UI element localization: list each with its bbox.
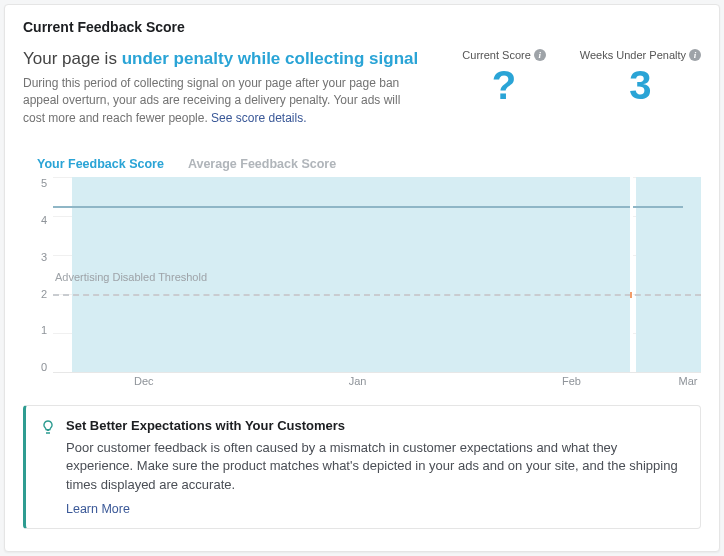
x-axis: Dec Jan Feb Mar (53, 375, 701, 395)
tip-title: Set Better Expectations with Your Custom… (66, 418, 686, 433)
marker-gap (630, 177, 633, 372)
status-highlight: under penalty while collecting signal (122, 49, 419, 68)
tip-text: Poor customer feedback is often caused b… (66, 439, 686, 494)
feedback-score-card: Current Feedback Score Your page is unde… (4, 4, 720, 552)
weeks-penalty-label: Weeks Under Penalty i (580, 49, 701, 61)
header-left: Your page is under penalty while collect… (23, 49, 423, 127)
score-line (53, 206, 683, 208)
tip-content: Set Better Expectations with Your Custom… (66, 418, 686, 516)
card-title: Current Feedback Score (23, 19, 701, 35)
plot-area: Advertising Disabled Threshold (53, 177, 701, 373)
x-tick: Jan (349, 375, 367, 387)
y-tick: 5 (41, 177, 47, 189)
status-prefix: Your page is (23, 49, 122, 68)
y-axis: 5 4 3 2 1 0 (23, 177, 53, 395)
learn-more-link[interactable]: Learn More (66, 502, 686, 516)
tip-box: Set Better Expectations with Your Custom… (23, 405, 701, 529)
x-tick: Mar (679, 375, 698, 387)
chart: 5 4 3 2 1 0 Advertising Disabled Thresho… (23, 177, 701, 395)
header-row: Your page is under penalty while collect… (23, 49, 701, 127)
tab-average-score[interactable]: Average Feedback Score (188, 157, 336, 171)
y-tick: 1 (41, 324, 47, 336)
y-tick: 0 (41, 361, 47, 373)
see-score-details-link[interactable]: See score details. (211, 111, 306, 125)
y-tick: 4 (41, 214, 47, 226)
current-score-value: ? (462, 65, 545, 105)
chart-tabs: Your Feedback Score Average Feedback Sco… (37, 157, 701, 171)
y-tick: 2 (41, 288, 47, 300)
y-tick: 3 (41, 251, 47, 263)
current-score-metric: Current Score i ? (462, 49, 545, 105)
weeks-penalty-metric: Weeks Under Penalty i 3 (580, 49, 701, 105)
tab-your-score[interactable]: Your Feedback Score (37, 157, 164, 171)
status-line: Your page is under penalty while collect… (23, 49, 423, 69)
info-icon[interactable]: i (689, 49, 701, 61)
threshold-line (53, 294, 701, 296)
weeks-penalty-value: 3 (580, 65, 701, 105)
x-tick: Feb (562, 375, 581, 387)
current-score-label: Current Score i (462, 49, 545, 61)
current-score-label-text: Current Score (462, 49, 530, 61)
metrics: Current Score i ? Weeks Under Penalty i … (462, 49, 701, 105)
x-tick: Dec (134, 375, 154, 387)
threshold-label: Advertising Disabled Threshold (53, 271, 209, 283)
marker-tick (630, 292, 632, 298)
description: During this period of collecting signal … (23, 75, 423, 127)
lightbulb-icon (40, 419, 56, 435)
weeks-penalty-label-text: Weeks Under Penalty (580, 49, 686, 61)
info-icon[interactable]: i (534, 49, 546, 61)
